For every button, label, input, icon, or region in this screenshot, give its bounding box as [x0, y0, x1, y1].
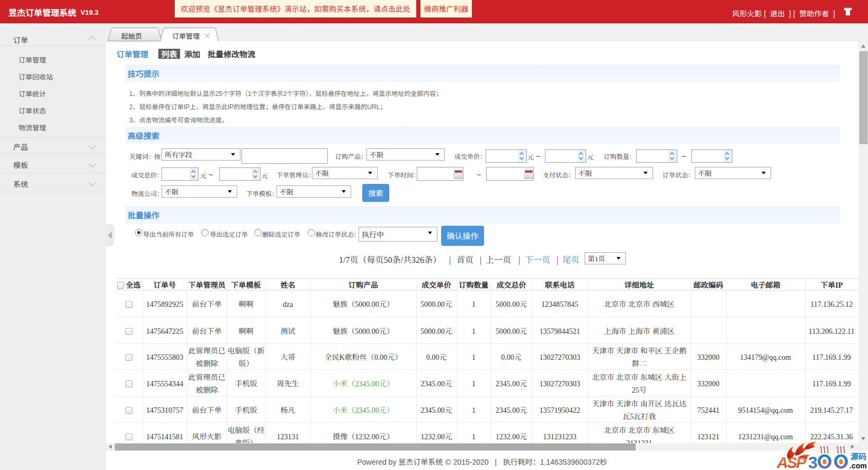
- svg-text:.com: .com: [849, 462, 867, 470]
- svg-text:源码: 源码: [851, 450, 866, 462]
- svg-text:3: 3: [808, 453, 818, 470]
- svg-text:ASP: ASP: [776, 454, 807, 470]
